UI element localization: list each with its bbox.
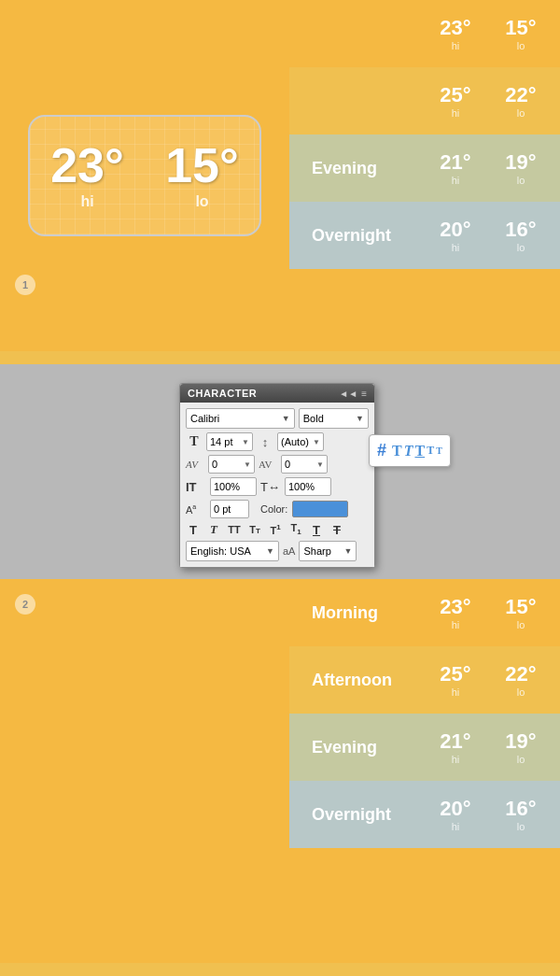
style-select[interactable]: Bold ▼ [299,408,369,429]
aa-dropdown-arrow: ▼ [344,546,353,556]
kerning-input[interactable]: 0 ▼ [208,455,255,474]
font-size-icon: T [186,434,203,449]
baseline-input[interactable]: 0 pt [210,500,249,518]
horiz-scale-input[interactable]: 100% [285,477,331,496]
font-select[interactable]: Calibri ▼ [186,408,295,429]
smallcaps-button[interactable]: TT [247,524,262,535]
tooltip-bubble: # T T T T T [369,434,451,467]
vert-scale-input[interactable]: 100% [210,477,257,496]
tooltip-hash: # [377,441,386,460]
font-size-input[interactable]: 14 pt ▼ [206,432,253,451]
style-name: Bold [303,413,324,424]
color-swatch[interactable] [292,501,348,517]
tracking-icon: AV [259,459,277,470]
bold-button[interactable]: T [186,523,201,537]
preview-char-5: T [436,446,442,456]
overnight-hi-pair: 20° hi [431,218,480,253]
morning-hi-temp: 23° [440,16,470,40]
aa-group: aA [283,545,295,557]
vert-scale-value: 100% [214,481,240,492]
char-kern-row: AV 0 ▼ AV 0 ▼ [186,455,369,474]
section2-badge: 2 [15,594,35,615]
evening-hi-pair: 21° hi [431,150,480,186]
superscript-button[interactable]: T1 [268,523,283,536]
baseline-value: 0 pt [214,503,231,515]
evening-lo-pair: 19° lo [497,150,545,186]
widget-lo-temp: 15° [165,141,239,190]
character-panel: CHARACTER ◄◄ ≡ Calibri ▼ Bold ▼ T [179,383,375,568]
kerning-icon: AV [186,459,204,470]
antialiasing-select[interactable]: Sharp ▼ [299,541,357,561]
evening-hi-temp: 21° [440,150,470,175]
char-baseline-row: Aa 0 pt Color: [186,500,369,518]
s2-morning-hi-label: hi [452,619,460,630]
aa-icon: aA [283,545,295,557]
weather-row-evening: Evening 21° hi 19° lo [289,134,560,202]
s2-evening-lo-pair: 19° lo [497,729,545,765]
subscript-button[interactable]: T1 [288,522,303,536]
s2-evening-hi-temp: 21° [440,729,470,754]
baseline-icon: Aa [186,503,206,516]
preview-char-1: T [392,443,402,460]
kerning-arrow: ▼ [244,460,251,469]
s2-weather-row-evening: Evening 21° hi 19° lo [289,714,560,781]
evening-hi-label: hi [452,175,460,186]
tracking-input[interactable]: 0 ▼ [281,455,328,474]
morning-hi-label: hi [452,40,460,51]
section1-bottom-bar [0,351,560,364]
s2-overnight-hi-label: hi [452,821,460,832]
s2-weather-row-afternoon: Afternoon 25° hi 22° lo [289,646,560,714]
s2-afternoon-label: Afternoon [304,671,392,690]
preview-char-2: T [404,443,413,460]
char-panel-title: CHARACTER [188,388,257,399]
section1-badge: 1 [15,275,35,295]
char-lang-row: English: USA ▼ aA Sharp ▼ [186,541,369,561]
s2-afternoon-lo-pair: 22° lo [497,662,545,698]
morning-hi-pair: 23° hi [431,16,480,51]
weather-row-afternoon: 25° hi 22° lo [289,67,560,134]
leading-input[interactable]: (Auto) ▼ [277,432,324,451]
lang-arrow: ▼ [266,546,274,556]
s2-weather-row-morning: Morning 23° hi 15° lo [289,579,560,646]
strikethrough-button[interactable]: T [329,523,344,537]
lang-select[interactable]: English: USA ▼ [186,541,279,561]
evening-label: Evening [304,159,377,178]
s2-morning-lo-temp: 15° [505,595,536,619]
font-name: Calibri [190,413,219,424]
char-panel-collapse[interactable]: ◄◄ [339,389,357,399]
overnight-lo-label: lo [517,242,525,253]
leading-value: (Auto) [281,436,309,447]
s2-evening-lo-temp: 19° [505,729,536,754]
overnight-lo-pair: 16° lo [497,218,545,253]
s2-afternoon-hi-pair: 25° hi [431,662,480,698]
s2-morning-hi-pair: 23° hi [431,595,480,630]
allcaps-button[interactable]: TT [227,524,242,535]
overnight-lo-temp: 16° [505,218,536,242]
section2-bottom-bar [0,963,560,976]
overnight-hi-label: hi [452,242,460,253]
morning-lo-pair: 15° lo [497,16,545,51]
preview-char-3: T [414,443,425,460]
section1-right-panel: 23° hi 15° lo 25° hi 22° lo [289,0,560,351]
tooltip-preview: T T T T T [392,443,442,460]
char-panel-menu[interactable]: ≡ [361,389,367,399]
afternoon-hi-pair: 25° hi [431,83,480,119]
horiz-scale-icon: T↔ [260,480,281,494]
s2-evening-lo-label: lo [517,754,525,765]
font-size-value: 14 pt [210,436,232,447]
italic-button[interactable]: T [206,522,221,537]
s2-afternoon-lo-temp: 22° [505,662,536,686]
s2-overnight-hi-temp: 20° [440,797,470,821]
middle-section: CHARACTER ◄◄ ≡ Calibri ▼ Bold ▼ T [0,364,560,579]
underline-button[interactable]: T [309,523,324,537]
color-label: Color: [260,503,288,515]
s2-overnight-hi-pair: 20° hi [431,797,480,832]
char-panel-titlebar[interactable]: CHARACTER ◄◄ ≡ [180,384,374,403]
kerning-value: 0 [212,459,217,470]
s2-weather-row-overnight: Overnight 20° hi 16° lo [289,781,560,848]
char-scale-row: IT 100% T↔ 100% [186,477,369,496]
section2-weather-panel: 2 Morning 23° hi 15° lo Afternoon 25° [0,579,560,976]
s2-afternoon-hi-label: hi [452,686,460,698]
char-panel-controls: ◄◄ ≡ [339,389,367,399]
tracking-arrow: ▼ [316,460,324,469]
